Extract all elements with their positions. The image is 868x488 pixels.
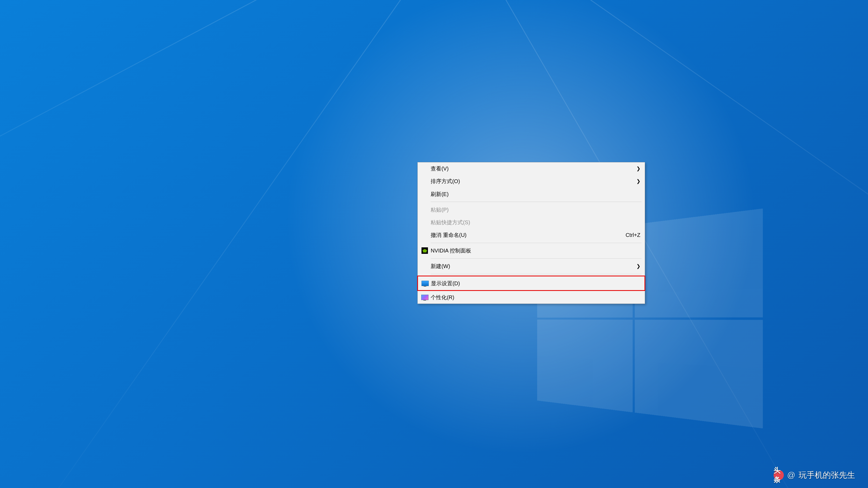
display-icon xyxy=(421,281,429,286)
submenu-arrow-icon: ❯ xyxy=(637,262,641,270)
menu-item-undo-rename[interactable]: 撤消 重命名(U) Ctrl+Z xyxy=(418,229,645,241)
desktop-wallpaper[interactable]: 查看(V) ❯ 排序方式(O) ❯ 刷新(E) 粘贴(P) 粘贴快捷方式(S) … xyxy=(0,0,868,488)
menu-item-paste: 粘贴(P) xyxy=(418,203,645,216)
submenu-arrow-icon: ❯ xyxy=(637,165,641,173)
menu-separator xyxy=(431,243,641,243)
menu-label: 粘贴(P) xyxy=(431,205,449,214)
menu-item-paste-shortcut: 粘贴快捷方式(S) xyxy=(418,216,645,229)
menu-label: 刷新(E) xyxy=(431,190,449,198)
menu-item-sort[interactable]: 排序方式(O) ❯ xyxy=(418,175,645,188)
personalize-icon xyxy=(421,295,429,300)
watermark: 头条 @ 玩手机的张先生 xyxy=(774,470,855,481)
menu-item-new[interactable]: 新建(W) ❯ xyxy=(418,260,645,273)
menu-label: 个性化(R) xyxy=(431,293,454,302)
menu-item-personalize[interactable]: 个性化(R) xyxy=(418,291,645,303)
menu-label: NVIDIA 控制面板 xyxy=(431,246,471,255)
menu-label: 撤消 重命名(U) xyxy=(431,231,466,239)
watermark-badge: 头条 xyxy=(774,470,784,480)
menu-shortcut: Ctrl+Z xyxy=(626,231,641,239)
watermark-author: 玩手机的张先生 xyxy=(799,470,855,481)
menu-label: 排序方式(O) xyxy=(431,177,460,186)
menu-item-nvidia[interactable]: NVIDIA 控制面板 xyxy=(418,245,645,257)
nvidia-icon xyxy=(421,247,429,254)
menu-label: 新建(W) xyxy=(431,262,450,270)
menu-item-display-settings[interactable]: 显示设置(D) xyxy=(418,277,644,290)
menu-item-view[interactable]: 查看(V) ❯ xyxy=(418,162,645,175)
menu-separator xyxy=(431,202,641,202)
menu-label: 显示设置(D) xyxy=(431,279,460,288)
menu-label: 粘贴快捷方式(S) xyxy=(431,218,470,227)
submenu-arrow-icon: ❯ xyxy=(637,177,641,185)
tutorial-highlight: 显示设置(D) xyxy=(417,275,645,291)
menu-separator xyxy=(431,258,641,259)
menu-item-refresh[interactable]: 刷新(E) xyxy=(418,188,645,200)
menu-label: 查看(V) xyxy=(431,164,449,173)
desktop-context-menu: 查看(V) ❯ 排序方式(O) ❯ 刷新(E) 粘贴(P) 粘贴快捷方式(S) … xyxy=(417,162,645,304)
watermark-at: @ xyxy=(787,470,795,480)
